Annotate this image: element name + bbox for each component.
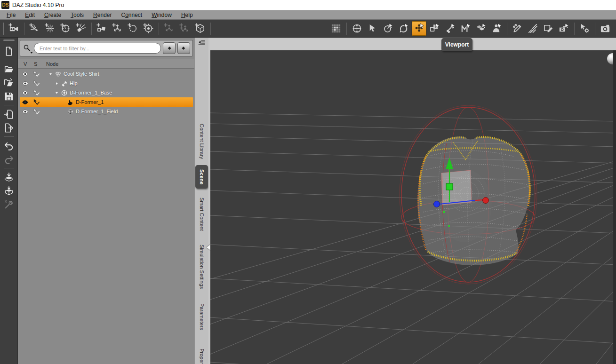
scene-node-cool-style-shirt[interactable]: Cool Style Shirt <box>20 69 193 79</box>
menu-edit[interactable]: Edit <box>20 12 40 18</box>
splitter-collapse-arrow-icon[interactable] <box>207 245 210 250</box>
menu-render[interactable]: Render <box>88 12 116 18</box>
merge-file-button[interactable] <box>2 76 16 89</box>
selectable-cursor-icon[interactable] <box>31 80 42 87</box>
import-file-button[interactable] <box>2 108 16 120</box>
new-dial-light-button[interactable] <box>58 21 73 36</box>
viewport-3d-scene[interactable] <box>210 50 616 364</box>
scene-node-d-former-1-field[interactable]: D-Former_1_Field <box>20 107 193 116</box>
scene-filter-input[interactable] <box>34 43 161 54</box>
toolbar-group <box>6 21 22 36</box>
translate-tool-icon <box>414 23 424 34</box>
export-file-button[interactable] <box>2 121 16 134</box>
measure-m-tool-button[interactable] <box>458 21 473 36</box>
scene-node-d-former-1-base[interactable]: D-Former_1_Base <box>20 88 193 97</box>
visibility-eye-icon[interactable] <box>20 71 31 78</box>
new-group-instance-button[interactable] <box>177 21 192 36</box>
visibility-eye-icon[interactable] <box>20 99 31 106</box>
menu-help[interactable]: Help <box>176 12 198 18</box>
send-to-asset-button[interactable] <box>2 171 16 183</box>
tab-simulation-settings[interactable]: Simulation Settings <box>197 239 207 294</box>
selectable-cursor-icon[interactable] <box>31 99 42 106</box>
new-node-button[interactable] <box>110 21 125 36</box>
joint-editor-bone-button[interactable] <box>443 21 457 36</box>
figure-selection-button[interactable] <box>489 21 504 36</box>
new-spotlight-icon <box>76 23 87 34</box>
tab-viewport[interactable]: Viewport <box>441 38 472 51</box>
spot-render-button[interactable] <box>557 21 571 36</box>
toolbar-grip[interactable] <box>3 40 15 41</box>
menu-file[interactable]: File <box>2 12 20 18</box>
undo-button[interactable] <box>2 139 16 152</box>
tool-settings-pointer-button[interactable] <box>577 21 592 36</box>
pane-options-menu-icon[interactable] <box>196 39 207 47</box>
cursor-check-icon <box>33 71 40 78</box>
universal-manipulator-button[interactable] <box>350 21 364 36</box>
file-toolbar <box>0 38 18 364</box>
new-primitive-button[interactable] <box>193 21 208 36</box>
tab-content-library[interactable]: Content Library <box>197 119 207 164</box>
expander-open-icon[interactable] <box>53 91 60 95</box>
surface-selection-button[interactable] <box>474 21 488 36</box>
viewport-canvas[interactable] <box>210 50 616 364</box>
right-dock-edge[interactable] <box>613 50 616 364</box>
translate-tool-button[interactable] <box>412 21 426 36</box>
eye-icon <box>22 99 29 106</box>
scene-node-hip[interactable]: Hip <box>20 79 193 88</box>
expander-closed-icon[interactable] <box>53 81 60 86</box>
new-camera-button[interactable] <box>7 21 21 36</box>
new-distant-light-button[interactable] <box>27 21 42 36</box>
render-camera-button[interactable] <box>598 21 613 36</box>
decimator-tool-button[interactable] <box>2 198 16 211</box>
search-filter-menu-icon[interactable] <box>23 44 32 53</box>
selectable-cursor-icon[interactable] <box>31 71 42 78</box>
tab-scene[interactable]: Scene <box>195 165 208 189</box>
new-point-light-button[interactable] <box>43 21 57 36</box>
region-editor-button[interactable] <box>541 21 556 36</box>
tab-smart-content[interactable]: Smart Content <box>197 190 207 238</box>
pane-splitter[interactable] <box>208 38 210 364</box>
new-file-button[interactable] <box>2 45 16 57</box>
geometry-editor-icon <box>512 23 523 34</box>
filter-forward-button[interactable] <box>177 42 190 54</box>
geometry-editor-button[interactable] <box>510 21 525 36</box>
cursor-check-icon <box>33 80 40 87</box>
menu-window[interactable]: Window <box>147 12 176 18</box>
new-group-button[interactable] <box>162 21 176 36</box>
new-null-button[interactable] <box>126 21 140 36</box>
figure-selection-icon <box>491 23 502 34</box>
filter-back-button[interactable] <box>163 42 176 54</box>
open-file-button[interactable] <box>2 63 16 75</box>
visibility-eye-icon[interactable] <box>20 108 31 115</box>
node-weight-brush-button[interactable] <box>526 21 540 36</box>
export-asset-button[interactable] <box>2 184 16 197</box>
scene-node-d-former-1[interactable]: D-Former_1 <box>20 97 193 107</box>
merge-file-icon <box>4 78 14 88</box>
column-selectability[interactable]: S <box>34 61 46 67</box>
column-node[interactable]: Node <box>46 61 58 67</box>
node-selection-button[interactable] <box>365 21 380 36</box>
new-dformer-button[interactable] <box>95 21 109 36</box>
export-file-icon <box>4 123 14 133</box>
new-spotlight-button[interactable] <box>74 21 88 36</box>
redo-button[interactable] <box>2 153 16 166</box>
menu-create[interactable]: Create <box>40 12 66 18</box>
scale-tool-button[interactable] <box>427 21 442 36</box>
toolbar-grip[interactable] <box>3 23 4 35</box>
eye-icon <box>22 89 29 96</box>
menu-tools[interactable]: Tools <box>66 12 88 18</box>
save-file-button[interactable] <box>2 90 16 103</box>
rotate-arc-tool-button[interactable] <box>396 21 411 36</box>
selectable-cursor-icon[interactable] <box>31 89 42 96</box>
visibility-eye-icon[interactable] <box>20 80 31 87</box>
expander-open-icon[interactable] <box>47 72 54 76</box>
visibility-eye-icon[interactable] <box>20 89 31 96</box>
aux-viewport-grid-button[interactable] <box>329 21 344 36</box>
menu-connect[interactable]: Connect <box>116 12 147 18</box>
tab-parameters[interactable]: Parameters <box>197 296 207 337</box>
selectable-cursor-icon[interactable] <box>31 108 42 115</box>
column-visibility[interactable]: V <box>18 61 34 67</box>
rotate-tool-button[interactable] <box>381 21 395 36</box>
new-target-button[interactable] <box>141 21 156 36</box>
tab-property[interactable]: Property <box>197 340 207 364</box>
